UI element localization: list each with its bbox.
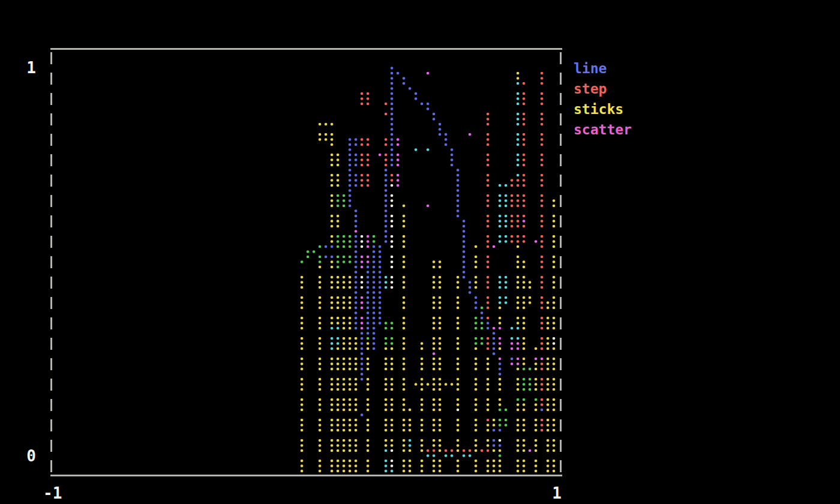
y-tick-top: 1 — [11, 59, 36, 76]
y-tick-bottom: 0 — [11, 448, 36, 464]
dot-canvas — [51, 48, 561, 475]
legend: line step sticks scatter — [574, 59, 632, 141]
legend-item: scatter — [574, 121, 632, 141]
legend-item: step — [574, 80, 632, 100]
x-tick-right: 1 — [540, 485, 562, 502]
legend-item: line — [574, 59, 632, 80]
legend-item: sticks — [574, 100, 632, 121]
x-tick-left: -1 — [43, 485, 73, 502]
